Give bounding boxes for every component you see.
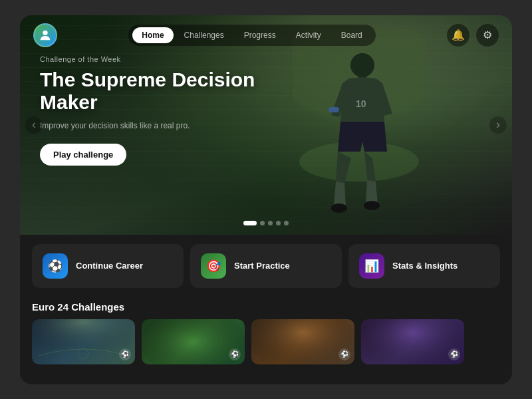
stats-insights-label: Stats & Insights bbox=[392, 261, 458, 271]
chevron-left-icon: ‹ bbox=[32, 118, 36, 132]
challenge-card-3[interactable]: ⚽ bbox=[251, 319, 354, 364]
chevron-right-icon: › bbox=[496, 118, 500, 132]
nav-tabs: Home Challenges Progress Activity Board bbox=[128, 25, 375, 46]
action-row: ⚽ Continue Career 🎯 Start Practice 📊 Sta… bbox=[20, 235, 512, 296]
challenge-card-2[interactable]: ⚽ bbox=[142, 319, 245, 364]
stats-icon: 📊 bbox=[359, 253, 384, 279]
practice-icon: 🎯 bbox=[201, 253, 226, 279]
dot-2[interactable] bbox=[260, 221, 265, 225]
nav-icons: 🔔 ⚙ bbox=[447, 24, 499, 47]
svg-point-7 bbox=[364, 201, 380, 210]
tab-board[interactable]: Board bbox=[332, 27, 372, 43]
hero-prev-arrow[interactable]: ‹ bbox=[25, 116, 43, 134]
card-1-badge: ⚽ bbox=[119, 348, 131, 360]
dot-4[interactable] bbox=[276, 221, 281, 225]
start-practice-label: Start Practice bbox=[234, 261, 290, 271]
card-4-badge: ⚽ bbox=[448, 348, 460, 360]
avatar[interactable] bbox=[33, 23, 57, 47]
dot-5[interactable] bbox=[284, 221, 289, 225]
challenge-card-4[interactable]: ⚽ bbox=[361, 319, 464, 364]
svg-point-3 bbox=[350, 53, 374, 77]
svg-rect-8 bbox=[329, 107, 339, 112]
svg-point-0 bbox=[43, 30, 47, 35]
challenge-label: Challenge of the Week bbox=[40, 55, 255, 63]
gear-icon: ⚙ bbox=[483, 29, 492, 41]
settings-button[interactable]: ⚙ bbox=[476, 24, 499, 47]
tab-progress[interactable]: Progress bbox=[235, 27, 285, 43]
continue-career-card[interactable]: ⚽ Continue Career bbox=[32, 244, 184, 288]
dot-3[interactable] bbox=[268, 221, 273, 225]
play-challenge-button[interactable]: Play challenge bbox=[40, 144, 126, 166]
start-practice-card[interactable]: 🎯 Start Practice bbox=[190, 244, 342, 288]
tab-activity[interactable]: Activity bbox=[287, 27, 331, 43]
navbar: Home Challenges Progress Activity Board … bbox=[20, 15, 512, 55]
career-icon: ⚽ bbox=[43, 253, 68, 279]
challenges-title: Euro 24 Challenges bbox=[32, 301, 500, 313]
app-container: Home Challenges Progress Activity Board … bbox=[20, 15, 512, 384]
player-silhouette: 10 bbox=[293, 29, 426, 221]
continue-career-label: Continue Career bbox=[76, 261, 143, 271]
tab-challenges[interactable]: Challenges bbox=[175, 27, 233, 43]
bell-icon: 🔔 bbox=[452, 29, 465, 41]
challenges-section: Euro 24 Challenges bbox=[20, 296, 512, 371]
svg-text:10: 10 bbox=[356, 98, 366, 109]
card-2-badge: ⚽ bbox=[229, 348, 241, 360]
card-3-badge: ⚽ bbox=[338, 348, 350, 360]
hero-next-arrow[interactable]: › bbox=[489, 116, 507, 134]
challenge-card-1[interactable]: ⚽ bbox=[32, 319, 135, 364]
challenges-row: ⚽ ⚽ bbox=[32, 319, 500, 364]
notification-button[interactable]: 🔔 bbox=[447, 24, 469, 47]
dot-1[interactable] bbox=[243, 221, 257, 225]
hero-content: Challenge of the Week The Supreme Decisi… bbox=[40, 55, 255, 166]
tab-home[interactable]: Home bbox=[132, 27, 173, 43]
hero-title: The Supreme Decision Maker bbox=[40, 68, 255, 114]
hero-subtitle: Improve your decision skills like a real… bbox=[40, 121, 255, 130]
stats-insights-card[interactable]: 📊 Stats & Insights bbox=[348, 244, 500, 288]
carousel-dots bbox=[243, 221, 289, 225]
svg-point-6 bbox=[331, 203, 347, 213]
